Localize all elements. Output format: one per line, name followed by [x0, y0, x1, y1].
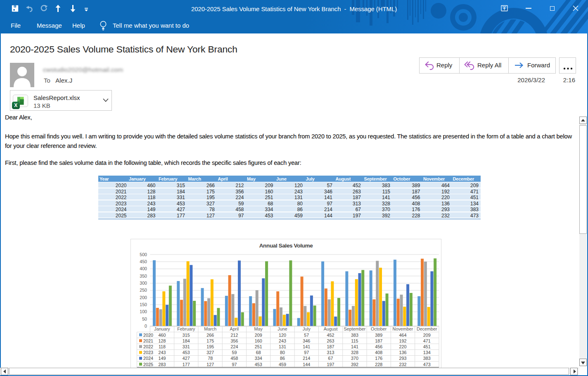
svg-text:195: 195	[206, 344, 214, 349]
svg-text:251: 251	[255, 344, 262, 349]
svg-text:327: 327	[206, 350, 214, 355]
svg-text:141: 141	[303, 344, 310, 349]
svg-text:293: 293	[399, 356, 406, 361]
svg-text:427: 427	[183, 356, 190, 361]
svg-text:67: 67	[328, 356, 333, 361]
svg-text:Annual Sales Volume: Annual Sales Volume	[259, 243, 313, 249]
svg-text:144: 144	[303, 362, 310, 367]
svg-text:April: April	[230, 326, 239, 331]
svg-text:283: 283	[158, 362, 166, 367]
svg-text:97: 97	[304, 350, 309, 355]
svg-text:131: 131	[279, 344, 286, 349]
svg-text:214: 214	[303, 356, 310, 361]
svg-text:452: 452	[327, 333, 334, 338]
svg-text:315: 315	[183, 333, 190, 338]
svg-text:177: 177	[183, 362, 190, 367]
svg-text:January: January	[154, 326, 170, 331]
svg-text:220: 220	[399, 344, 406, 349]
svg-text:370: 370	[351, 356, 358, 361]
svg-text:300: 300	[140, 281, 147, 286]
svg-text:184: 184	[183, 338, 190, 343]
svg-text:187: 187	[327, 344, 334, 349]
svg-text:134: 134	[423, 350, 431, 355]
svg-text:October: October	[371, 326, 387, 331]
svg-text:2021: 2021	[143, 338, 153, 343]
svg-text:392: 392	[351, 362, 358, 367]
svg-text:451: 451	[423, 344, 431, 349]
svg-text:209: 209	[423, 333, 431, 338]
svg-text:September: September	[344, 326, 365, 331]
svg-text:February: February	[177, 326, 195, 331]
svg-text:400: 400	[140, 266, 147, 271]
svg-text:2025: 2025	[143, 362, 153, 367]
svg-text:453: 453	[255, 362, 262, 367]
svg-text:456: 456	[375, 344, 382, 349]
svg-text:2022: 2022	[143, 344, 153, 349]
svg-text:346: 346	[303, 338, 310, 343]
svg-text:471: 471	[423, 338, 431, 343]
svg-text:128: 128	[158, 338, 166, 343]
svg-text:232: 232	[399, 362, 406, 367]
svg-text:500: 500	[140, 252, 147, 257]
svg-text:115: 115	[351, 338, 358, 343]
svg-text:383: 383	[351, 333, 358, 338]
svg-text:November: November	[393, 326, 413, 331]
svg-text:150: 150	[140, 302, 147, 307]
svg-text:50: 50	[142, 317, 147, 321]
svg-text:266: 266	[206, 333, 214, 338]
svg-text:228: 228	[375, 362, 382, 367]
svg-text:250: 250	[140, 288, 147, 293]
svg-text:August: August	[324, 326, 338, 331]
svg-text:383: 383	[423, 356, 431, 361]
svg-text:356: 356	[230, 338, 238, 343]
svg-text:97: 97	[232, 362, 237, 367]
svg-text:209: 209	[255, 333, 262, 338]
svg-text:127: 127	[206, 362, 214, 367]
svg-text:141: 141	[351, 344, 358, 349]
svg-text:389: 389	[375, 333, 382, 338]
svg-text:212: 212	[230, 333, 238, 338]
svg-text:118: 118	[159, 344, 166, 349]
svg-text:408: 408	[375, 350, 382, 355]
svg-text:243: 243	[279, 338, 286, 343]
svg-text:459: 459	[279, 362, 286, 367]
svg-text:334: 334	[255, 356, 262, 361]
svg-text:460: 460	[158, 333, 166, 338]
svg-text:136: 136	[399, 350, 406, 355]
svg-text:78: 78	[208, 356, 213, 361]
svg-text:350: 350	[140, 274, 147, 278]
svg-text:100: 100	[140, 309, 147, 314]
svg-text:187: 187	[375, 338, 382, 343]
svg-text:243: 243	[158, 350, 166, 355]
svg-text:July: July	[303, 326, 311, 331]
svg-text:331: 331	[183, 344, 190, 349]
svg-text:160: 160	[255, 338, 262, 343]
svg-text:2023: 2023	[143, 350, 153, 355]
svg-text:59: 59	[232, 350, 237, 355]
svg-text:453: 453	[183, 350, 190, 355]
svg-text:May: May	[254, 326, 263, 331]
svg-text:176: 176	[375, 356, 382, 361]
svg-text:68: 68	[256, 350, 261, 355]
svg-text:200: 200	[140, 295, 147, 300]
svg-text:86: 86	[280, 356, 285, 361]
svg-text:120: 120	[279, 333, 286, 338]
svg-text:450: 450	[140, 259, 147, 264]
svg-text:149: 149	[158, 356, 166, 361]
svg-text:328: 328	[351, 350, 358, 355]
svg-text:175: 175	[206, 338, 214, 343]
svg-text:December: December	[417, 326, 437, 331]
svg-text:2024: 2024	[143, 356, 153, 361]
svg-text:197: 197	[327, 362, 334, 367]
svg-text:80: 80	[280, 350, 285, 355]
svg-text:0: 0	[145, 324, 147, 328]
svg-text:192: 192	[399, 338, 406, 343]
svg-text:263: 263	[327, 338, 334, 343]
svg-text:464: 464	[399, 333, 406, 338]
svg-text:473: 473	[423, 362, 431, 367]
svg-text:June: June	[277, 326, 287, 331]
svg-text:458: 458	[230, 356, 238, 361]
svg-text:57: 57	[304, 333, 309, 338]
svg-text:224: 224	[230, 344, 238, 349]
svg-text:2020: 2020	[143, 333, 153, 338]
